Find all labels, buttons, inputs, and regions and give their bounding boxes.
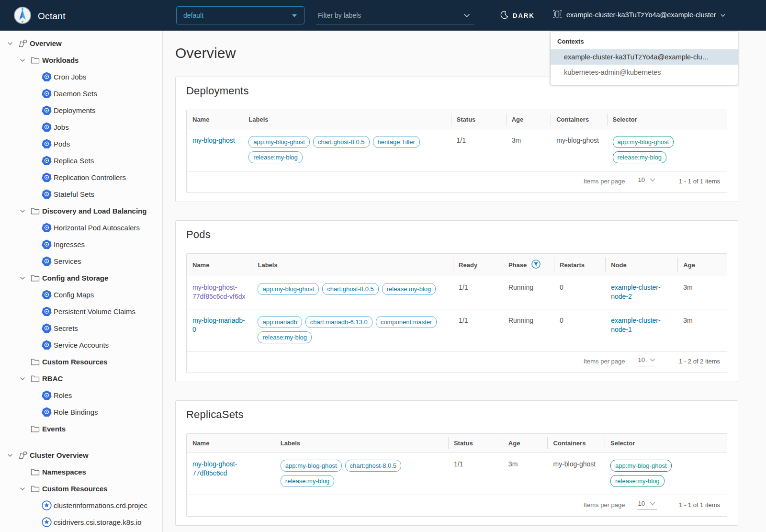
cell-text: 1/1 — [454, 460, 463, 468]
column-header-label: Name — [192, 261, 209, 269]
column-header-label: Name — [192, 440, 209, 447]
sidebar-item-csidrivers-csi-storage-k8s-io[interactable]: csidrivers.csi.storage.k8s.io — [0, 514, 162, 531]
sidebar-item-persistent-volume-claims[interactable]: Persistent Volume Claims — [0, 303, 162, 320]
data-table: NameLabelsReadyPhaseRestartsNodeAgemy-bl… — [187, 254, 727, 351]
resource-link[interactable]: example-cluster-node-2 — [611, 283, 660, 300]
items-per-page-label: Items per page — [584, 501, 625, 509]
sidebar-item-deployments[interactable]: Deployments — [0, 102, 162, 119]
context-option[interactable]: kubernetes-admin@kubernetes — [551, 65, 738, 80]
table-cell: my-blog-ghost-77df85c6cd — [187, 453, 275, 495]
namespace-select[interactable]: default — [176, 6, 304, 24]
sidebar-item-label: Role Bindings — [54, 408, 98, 416]
items-per-page-select[interactable]: 10 — [637, 356, 657, 366]
context-option[interactable]: example-cluster-ka3TuTzYo4a@example-clu… — [551, 49, 738, 65]
column-header-labels: Labels — [252, 254, 453, 276]
context-selector[interactable]: example-cluster-ka3TuTzYo4a@example-clus… — [552, 10, 725, 20]
items-per-page-select[interactable]: 10 — [637, 500, 657, 510]
caret-down-icon[interactable] — [16, 486, 29, 492]
datagrid-replicasets: NameLabelsStatusAgeContainersSelectormy-… — [186, 433, 727, 517]
sidebar-item-horizontal-pod-autoscalers[interactable]: Horizontal Pod Autoscalers — [0, 219, 162, 236]
data-table: NameLabelsStatusAgeContainersSelectormy-… — [187, 110, 727, 171]
items-per-page-select[interactable]: 10 — [637, 176, 657, 186]
cell-text: 3m — [512, 136, 521, 144]
cluster-icon — [552, 10, 562, 20]
sidebar-item-events[interactable]: Events — [0, 420, 162, 437]
label-tag: chart:ghost-8.0.5 — [313, 136, 370, 148]
caret-down-icon[interactable] — [16, 208, 29, 214]
column-header-label: Status — [454, 440, 473, 447]
sidebar-item-daemon-sets[interactable]: Daemon Sets — [0, 85, 162, 102]
sidebar-item-services[interactable]: Services — [0, 253, 162, 270]
cell-text: Running — [508, 283, 533, 291]
app-title: Octant — [38, 11, 66, 22]
sidebar-item-stateful-sets[interactable]: Stateful Sets — [0, 186, 162, 203]
pagination-range: 1 - 1 of 1 items — [679, 178, 720, 185]
sidebar-item-label: Replica Sets — [54, 157, 94, 165]
sidebar-item-cron-jobs[interactable]: Cron Jobs — [0, 68, 162, 85]
sidebar-item-replication-controllers[interactable]: Replication Controllers — [0, 169, 162, 186]
label-tag: release:my-blog — [248, 151, 303, 163]
table-cell: example-cluster-node-1 — [605, 309, 677, 351]
caret-down-icon[interactable] — [16, 275, 29, 281]
chevron-down-icon — [721, 11, 725, 19]
cell-text: Running — [508, 317, 533, 324]
card-replicasets: ReplicaSetsNameLabelsStatusAgeContainers… — [175, 400, 738, 526]
sidebar-item-label: clusterinformations.crd.projec — [54, 501, 147, 509]
contexts-menu: Contexts example-cluster-ka3TuTzYo4a@exa… — [551, 32, 738, 85]
resource-link[interactable]: example-cluster-node-1 — [611, 317, 660, 333]
theme-toggle[interactable]: DARK — [500, 11, 535, 21]
table-cell: 1/1 — [453, 276, 503, 309]
column-header-label: Name — [192, 116, 209, 123]
column-header-status: Status — [448, 434, 503, 453]
replica-sets-icon — [40, 156, 53, 166]
label-tag: component:master — [376, 316, 437, 328]
resource-link[interactable]: my-blog-ghost-77df85c6cd-vf6dx — [192, 283, 246, 300]
sidebar-item-secrets[interactable]: Secrets — [0, 320, 162, 337]
sidebar-item-label: Workloads — [42, 56, 79, 64]
filter-icon[interactable] — [531, 260, 541, 270]
pagination-footer: Items per page101 - 2 of 2 items — [187, 351, 727, 373]
caret-down-icon[interactable] — [4, 41, 16, 46]
cell-text: 1/1 — [457, 136, 466, 144]
main-content: Overview DeploymentsNameLabelsStatusAgeC… — [163, 31, 766, 532]
cell-text: my-blog-ghost — [553, 460, 596, 468]
cell-text: 3m — [683, 317, 692, 324]
sidebar-item-ingresses[interactable]: Ingresses — [0, 236, 162, 253]
sidebar-item-custom-resources[interactable]: Custom Resources — [0, 480, 162, 497]
filter-input[interactable] — [318, 11, 452, 19]
sidebar-item-roles[interactable]: Roles — [0, 387, 162, 404]
table-cell: 0 — [554, 309, 605, 351]
sidebar-item-replica-sets[interactable]: Replica Sets — [0, 152, 162, 169]
sidebar-item-namespaces[interactable]: Namespaces — [0, 464, 162, 480]
label-filter[interactable] — [316, 6, 474, 24]
column-header-node: Node — [605, 254, 677, 276]
table-cell: 0 — [554, 276, 605, 309]
roles-icon — [40, 390, 53, 400]
sidebar-item-jobs[interactable]: Jobs — [0, 119, 162, 136]
caret-down-icon[interactable] — [16, 376, 29, 382]
caret-down-icon[interactable] — [4, 453, 16, 458]
cell-text: 0 — [560, 283, 563, 291]
sidebar-item-cluster-overview[interactable]: Cluster Overview — [0, 447, 162, 464]
sidebar-item-role-bindings[interactable]: Role Bindings — [0, 404, 162, 420]
sidebar-item-config-maps[interactable]: Config Maps — [0, 286, 162, 303]
sidebar-item-custom-resources[interactable]: Custom Resources — [0, 353, 162, 370]
sidebar-item-pods[interactable]: Pods — [0, 136, 162, 152]
sidebar-item-service-accounts[interactable]: Service Accounts — [0, 337, 162, 353]
sidebar-item-label: Cron Jobs — [54, 73, 86, 81]
sidebar-item-clusterinformations-crd-projec[interactable]: clusterinformations.crd.projec — [0, 497, 162, 514]
sidebar-item-overview[interactable]: Overview — [0, 35, 162, 52]
resource-link[interactable]: my-blog-mariadb-0 — [192, 317, 245, 333]
resource-link[interactable]: my-blog-ghost — [192, 136, 235, 144]
resource-link[interactable]: my-blog-ghost-77df85c6cd — [192, 460, 237, 477]
sidebar-item-discovery-and-load-balancing[interactable]: Discovery and Load Balancing — [0, 203, 162, 219]
sidebar-item-workloads[interactable]: Workloads — [0, 52, 162, 68]
label-tag: release:my-blog — [258, 331, 312, 343]
secrets-icon — [40, 323, 53, 333]
sidebar-item-label: Service Accounts — [54, 341, 109, 349]
caret-down-icon[interactable] — [16, 57, 29, 63]
sidebar-item-rbac[interactable]: RBAC — [0, 370, 162, 387]
selector-tag: app:my-blog-ghost — [613, 136, 674, 148]
chevron-down-icon — [650, 176, 655, 183]
sidebar-item-config-and-storage[interactable]: Config and Storage — [0, 270, 162, 286]
